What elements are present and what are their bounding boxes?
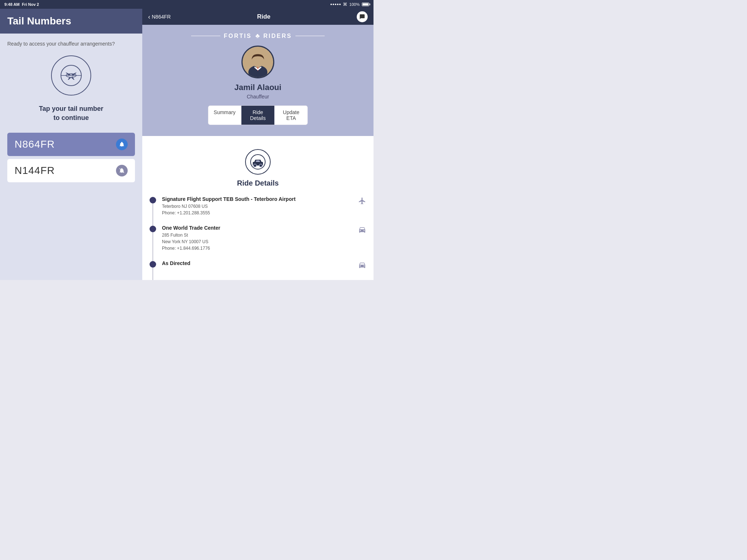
tab-update-eta[interactable]: Update ETA (275, 106, 307, 125)
svg-point-10 (253, 164, 256, 167)
list-item: Mandarin Oriental, New York 80 Columbus … (150, 280, 366, 280)
brand-name: FORTIS (224, 33, 252, 39)
battery-label: 100% (349, 2, 360, 7)
back-chevron-icon: ‹ (148, 13, 150, 21)
left-panel: Tail Numbers Ready to access your chauff… (0, 9, 142, 280)
brand-line-left (191, 36, 220, 36)
ride-details-title: Ride Details (237, 179, 279, 187)
rider-header: FORTIS ♣ RIDERS Jamil (142, 25, 374, 136)
left-panel-body: Ready to access your chauffeur arrangeme… (0, 34, 142, 280)
left-panel-subtitle: Ready to access your chauffeur arrangeme… (7, 41, 135, 47)
nav-back-label: N864FR (152, 14, 171, 20)
location-name: One World Trade Center (162, 225, 352, 231)
right-panel: ‹ N864FR Ride FORTIS ♣ RIDERS (142, 9, 374, 280)
location-name: Mandarin Oriental, New York (162, 280, 352, 280)
tail-number-text-inactive: N144FR (15, 165, 55, 176)
svg-point-11 (259, 164, 262, 167)
nav-title: Ride (257, 13, 271, 20)
location-address: Teterboro NJ 07608 US Phone: +1.201.288.… (162, 203, 352, 216)
location-address: 285 Fulton St New York NY 10007 US Phone… (162, 232, 352, 252)
plane-icon-circle (51, 55, 91, 96)
chauffeur-name: Jamil Alaoui (235, 83, 282, 92)
location-name: Signature Flight Support TEB South - Tet… (162, 196, 352, 202)
avatar-svg (243, 46, 273, 78)
ride-details-header: Ride Details (150, 143, 366, 196)
location-info: Signature Flight Support TEB South - Tet… (162, 196, 352, 216)
location-info: As Directed (162, 260, 352, 267)
tab-summary[interactable]: Summary (208, 106, 241, 125)
plane-location-icon (358, 197, 366, 207)
tab-ride-details[interactable]: Ride Details (241, 106, 275, 125)
content-area[interactable]: Ride Details Signature Flight Support TE… (142, 136, 374, 280)
location-name: As Directed (162, 260, 352, 266)
bell-muted-icon[interactable] (116, 165, 128, 176)
battery-icon (362, 3, 369, 6)
left-panel-header: Tail Numbers (0, 9, 142, 34)
car-icon-svg (250, 154, 266, 170)
tabs-container: Summary Ride Details Update ETA (208, 105, 308, 125)
location-list: Signature Flight Support TEB South - Tet… (150, 196, 366, 280)
wifi-icon: ⌘ (343, 2, 347, 7)
location-info: Mandarin Oriental, New York 80 Columbus … (162, 280, 352, 280)
fortis-brand: FORTIS ♣ RIDERS (191, 32, 325, 40)
location-info: One World Trade Center 285 Fulton St New… (162, 225, 352, 252)
location-dot (150, 226, 156, 232)
car-icon-container (245, 149, 271, 175)
chauffeur-role: Chauffeur (247, 94, 269, 100)
list-item: As Directed (150, 260, 366, 280)
location-dot (150, 197, 156, 203)
tail-number-item-active[interactable]: N864FR (7, 133, 135, 156)
list-item: Signature Flight Support TEB South - Tet… (150, 196, 366, 225)
signal-icon (330, 4, 341, 5)
plane-icon-svg (58, 65, 84, 86)
status-time-date: 9:48 AM Fri Nov 2 (4, 2, 39, 7)
status-bar: 9:48 AM Fri Nov 2 ⌘ 100% (0, 0, 374, 9)
bell-active-icon[interactable] (116, 139, 128, 150)
tail-number-item-inactive[interactable]: N144FR (7, 159, 135, 182)
list-item: One World Trade Center 285 Fulton St New… (150, 225, 366, 260)
brand-line-right (295, 36, 325, 36)
tail-number-text-active: N864FR (15, 139, 55, 150)
tap-instruction: Tap your tail numberto continue (7, 104, 135, 122)
avatar (241, 46, 274, 78)
brand-logo-icon: ♣ (255, 32, 260, 40)
nav-back-button[interactable]: ‹ N864FR (148, 13, 171, 21)
plane-icon-container (7, 55, 135, 96)
brand-tagline: RIDERS (263, 33, 292, 39)
nav-bar: ‹ N864FR Ride (142, 9, 374, 25)
location-dot (150, 261, 156, 268)
car-location-icon-2 (358, 261, 366, 271)
status-right: ⌘ 100% (330, 2, 369, 7)
left-panel-title: Tail Numbers (7, 15, 135, 27)
car-location-icon-1 (358, 226, 366, 236)
chat-button[interactable] (357, 11, 368, 22)
